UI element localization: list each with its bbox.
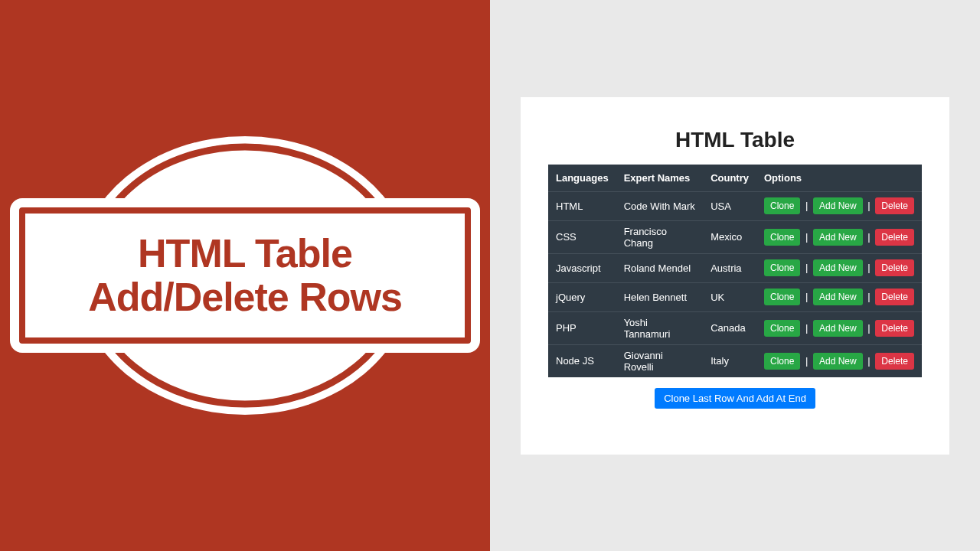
cell-language: HTML xyxy=(548,191,616,220)
table-row: jQueryHelen BennettUKClone | Add New | D… xyxy=(548,282,922,311)
delete-button[interactable]: Delete xyxy=(875,197,914,214)
cell-expert: Code With Mark xyxy=(616,191,704,220)
cell-language: PHP xyxy=(548,311,616,344)
col-expert-names: Expert Names xyxy=(616,165,704,192)
separator: | xyxy=(803,231,810,243)
table-header-row: Languages Expert Names Country Options xyxy=(548,165,922,192)
cell-country: USA xyxy=(703,191,756,220)
cell-expert: Francisco Chang xyxy=(616,220,704,253)
clone-button[interactable]: Clone xyxy=(764,353,800,370)
cell-expert: Helen Bennett xyxy=(616,282,704,311)
add-new-button[interactable]: Add New xyxy=(813,197,863,214)
cell-options: Clone | Add New | Delete xyxy=(756,191,922,220)
clone-button[interactable]: Clone xyxy=(764,259,800,276)
delete-button[interactable]: Delete xyxy=(875,320,914,337)
col-languages: Languages xyxy=(548,165,616,192)
separator: | xyxy=(803,262,810,273)
cell-language: Javascript xyxy=(548,253,616,282)
cell-language: jQuery xyxy=(548,282,616,311)
cell-country: Canada xyxy=(703,311,756,344)
delete-button[interactable]: Delete xyxy=(875,229,914,246)
add-new-button[interactable]: Add New xyxy=(813,289,863,305)
separator: | xyxy=(803,355,810,367)
cell-country: UK xyxy=(703,282,756,311)
demo-panel: HTML Table Languages Expert Names Countr… xyxy=(490,0,980,551)
cell-options: Clone | Add New | Delete xyxy=(756,282,922,311)
separator: | xyxy=(865,355,872,367)
data-table: Languages Expert Names Country Options H… xyxy=(548,165,922,377)
cell-language: Node JS xyxy=(548,344,616,377)
separator: | xyxy=(865,322,872,334)
clone-last-row-button[interactable]: Clone Last Row And Add At End xyxy=(655,388,815,409)
delete-button[interactable]: Delete xyxy=(875,353,914,370)
add-new-button[interactable]: Add New xyxy=(813,353,863,370)
clone-button[interactable]: Clone xyxy=(764,229,800,246)
cell-expert: Roland Mendel xyxy=(616,253,704,282)
hero-title-plate: HTML Table Add/Delete Rows xyxy=(19,207,471,344)
cell-options: Clone | Add New | Delete xyxy=(756,344,922,377)
add-new-button[interactable]: Add New xyxy=(813,229,863,246)
clone-button[interactable]: Clone xyxy=(764,289,800,305)
hero-title-line2: Add/Delete Rows xyxy=(88,275,402,319)
cell-options: Clone | Add New | Delete xyxy=(756,253,922,282)
hero-panel: HTML Table Add/Delete Rows xyxy=(0,0,490,551)
cell-country: Italy xyxy=(703,344,756,377)
hero-title: HTML Table Add/Delete Rows xyxy=(48,232,442,319)
add-new-button[interactable]: Add New xyxy=(813,320,863,337)
separator: | xyxy=(803,322,810,334)
cell-country: Mexico xyxy=(703,220,756,253)
col-options: Options xyxy=(756,165,922,192)
cell-expert: Giovanni Rovelli xyxy=(616,344,704,377)
table-row: Node JSGiovanni RovelliItalyClone | Add … xyxy=(548,344,922,377)
separator: | xyxy=(865,231,872,243)
separator: | xyxy=(865,262,872,273)
table-row: CSSFrancisco ChangMexicoClone | Add New … xyxy=(548,220,922,253)
separator: | xyxy=(803,200,810,211)
col-country: Country xyxy=(703,165,756,192)
cell-options: Clone | Add New | Delete xyxy=(756,311,922,344)
table-row: JavascriptRoland MendelAustriaClone | Ad… xyxy=(548,253,922,282)
card-title: HTML Table xyxy=(548,128,922,152)
delete-button[interactable]: Delete xyxy=(875,259,914,276)
separator: | xyxy=(865,200,872,211)
table-row: HTMLCode With MarkUSAClone | Add New | D… xyxy=(548,191,922,220)
delete-button[interactable]: Delete xyxy=(875,289,914,305)
cell-country: Austria xyxy=(703,253,756,282)
separator: | xyxy=(803,291,810,302)
table-row: PHPYoshi TannamuriCanadaClone | Add New … xyxy=(548,311,922,344)
separator: | xyxy=(865,291,872,302)
cell-language: CSS xyxy=(548,220,616,253)
demo-card: HTML Table Languages Expert Names Countr… xyxy=(521,97,949,455)
hero-badge: HTML Table Add/Delete Rows xyxy=(15,107,475,444)
clone-button[interactable]: Clone xyxy=(764,320,800,337)
hero-title-line1: HTML Table xyxy=(138,231,352,276)
clone-button[interactable]: Clone xyxy=(764,197,800,214)
cell-options: Clone | Add New | Delete xyxy=(756,220,922,253)
add-new-button[interactable]: Add New xyxy=(813,259,863,276)
cell-expert: Yoshi Tannamuri xyxy=(616,311,704,344)
